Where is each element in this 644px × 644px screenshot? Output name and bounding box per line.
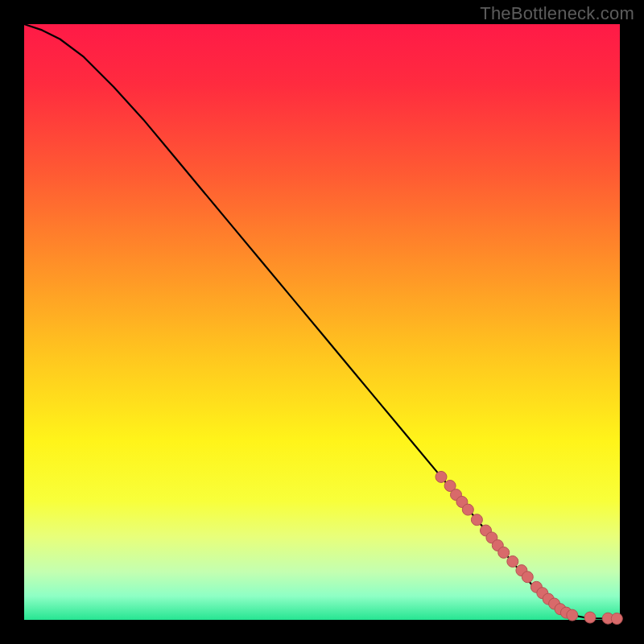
scatter-point <box>567 609 578 621</box>
curve-line <box>24 24 620 619</box>
watermark-text: TheBottleneck.com <box>480 3 634 24</box>
chart-overlay <box>24 24 620 620</box>
scatter-point <box>471 514 482 526</box>
scatter-point <box>522 572 533 583</box>
scatter-point <box>498 547 510 558</box>
scatter-point <box>436 471 447 482</box>
scatter-point <box>462 504 473 515</box>
scatter-point <box>584 612 596 623</box>
chart-frame: TheBottleneck.com <box>0 0 644 644</box>
plot-area <box>24 24 620 620</box>
scatter-points <box>436 471 622 624</box>
scatter-point <box>507 555 518 567</box>
scatter-point <box>611 613 622 625</box>
